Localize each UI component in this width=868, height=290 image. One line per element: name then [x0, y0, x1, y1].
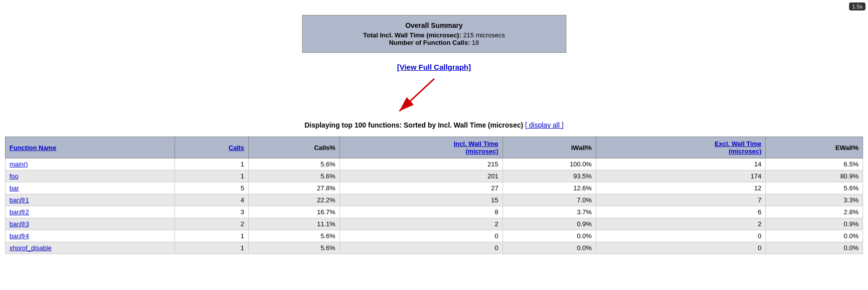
table-row: bar@1422.2%157.0%73.3% [5, 194, 863, 206]
th-excl-wall-link[interactable]: Excl. Wall Time(microsec) [714, 140, 761, 155]
cell-function-name: foo [5, 170, 175, 182]
cell-calls: 1 [175, 170, 248, 182]
th-excl-wall: Excl. Wall Time(microsec) [596, 137, 765, 158]
cell-calls-pct: 27.8% [248, 182, 340, 194]
table-row: bar527.8%2712.6%125.6% [5, 182, 863, 194]
badge: 1.5s [849, 2, 866, 10]
cell-calls: 3 [175, 206, 248, 218]
cell-calls: 2 [175, 218, 248, 230]
cell-calls-pct: 5.6% [248, 242, 340, 254]
cell-ewall-pct: 0.0% [766, 242, 863, 254]
cell-iwall-pct: 0.0% [503, 242, 596, 254]
svg-line-1 [399, 79, 434, 111]
cell-incl-wall: 8 [340, 206, 503, 218]
function-name-link[interactable]: bar@4 [9, 232, 29, 240]
summary-function-calls-label: Number of Function Calls: [389, 39, 470, 46]
data-table: Function Name Calls Calls% Incl. Wall Ti… [5, 137, 863, 254]
cell-ewall-pct: 0.9% [766, 218, 863, 230]
cell-calls-pct: 16.7% [248, 206, 340, 218]
summary-wall-time-value: 215 microsecs [463, 31, 505, 39]
summary-function-calls-value: 18 [472, 39, 479, 46]
cell-iwall-pct: 12.6% [503, 182, 596, 194]
cell-calls-pct: 5.6% [248, 230, 340, 242]
cell-function-name: bar@2 [5, 206, 175, 218]
th-iwall-pct: IWall% [503, 137, 596, 158]
cell-iwall-pct: 93.5% [503, 170, 596, 182]
callgraph-link[interactable]: [View Full Callgraph] [397, 63, 471, 71]
cell-ewall-pct: 0.0% [766, 230, 863, 242]
arrow-container [5, 76, 863, 116]
display-info: Displaying top 100 functions: Sorted by … [5, 121, 863, 129]
th-ewall-pct: EWall% [766, 137, 863, 158]
summary-title: Overall Summary [313, 21, 556, 29]
cell-excl-wall: 2 [596, 218, 765, 230]
cell-function-name: main() [5, 158, 175, 170]
cell-ewall-pct: 3.3% [766, 194, 863, 206]
summary-wall-time-line: Total Incl. Wall Time (microsec): 215 mi… [313, 31, 556, 39]
function-name-link[interactable]: bar@3 [9, 220, 29, 228]
th-function-name: Function Name [5, 137, 175, 158]
cell-excl-wall: 174 [596, 170, 765, 182]
table-row: xhprof_disable15.6%00.0%00.0% [5, 242, 863, 254]
callgraph-arrow [384, 76, 484, 116]
th-incl-wall-link[interactable]: Incl. Wall Time(microsec) [454, 140, 499, 155]
th-calls-pct: Calls% [248, 137, 340, 158]
table-row: bar@3211.1%20.9%20.9% [5, 218, 863, 230]
cell-incl-wall: 0 [340, 242, 503, 254]
callgraph-area: [View Full Callgraph] [5, 63, 863, 71]
cell-ewall-pct: 2.8% [766, 206, 863, 218]
cell-incl-wall: 15 [340, 194, 503, 206]
cell-iwall-pct: 0.0% [503, 230, 596, 242]
cell-function-name: bar@3 [5, 218, 175, 230]
table-row: main()15.6%215100.0%146.5% [5, 158, 863, 170]
cell-incl-wall: 27 [340, 182, 503, 194]
cell-excl-wall: 0 [596, 242, 765, 254]
summary-wall-time-label: Total Incl. Wall Time (microsec): [363, 31, 461, 39]
table-header-row: Function Name Calls Calls% Incl. Wall Ti… [5, 137, 863, 158]
cell-calls-pct: 11.1% [248, 218, 340, 230]
cell-excl-wall: 0 [596, 230, 765, 242]
display-info-text: Displaying top 100 functions: Sorted by … [305, 121, 523, 129]
cell-excl-wall: 6 [596, 206, 765, 218]
cell-calls-pct: 5.6% [248, 170, 340, 182]
cell-calls: 4 [175, 194, 248, 206]
cell-iwall-pct: 100.0% [503, 158, 596, 170]
display-all-link[interactable]: [ display all ] [525, 121, 563, 129]
cell-calls-pct: 22.2% [248, 194, 340, 206]
cell-excl-wall: 12 [596, 182, 765, 194]
cell-iwall-pct: 3.7% [503, 206, 596, 218]
cell-incl-wall: 215 [340, 158, 503, 170]
th-incl-wall: Incl. Wall Time(microsec) [340, 137, 503, 158]
cell-ewall-pct: 5.6% [766, 182, 863, 194]
cell-function-name: bar [5, 182, 175, 194]
cell-ewall-pct: 80.9% [766, 170, 863, 182]
cell-excl-wall: 14 [596, 158, 765, 170]
th-function-name-link[interactable]: Function Name [9, 144, 56, 151]
summary-box: Overall Summary Total Incl. Wall Time (m… [302, 15, 566, 53]
cell-calls: 1 [175, 230, 248, 242]
cell-function-name: bar@4 [5, 230, 175, 242]
th-calls: Calls [175, 137, 248, 158]
cell-iwall-pct: 0.9% [503, 218, 596, 230]
cell-calls: 5 [175, 182, 248, 194]
cell-excl-wall: 7 [596, 194, 765, 206]
cell-calls: 1 [175, 158, 248, 170]
cell-iwall-pct: 7.0% [503, 194, 596, 206]
cell-function-name: xhprof_disable [5, 242, 175, 254]
function-name-link[interactable]: foo [9, 172, 18, 180]
cell-incl-wall: 201 [340, 170, 503, 182]
cell-calls: 1 [175, 242, 248, 254]
function-name-link[interactable]: bar [9, 184, 19, 192]
table-row: foo15.6%20193.5%17480.9% [5, 170, 863, 182]
function-name-link[interactable]: bar@2 [9, 208, 29, 216]
page-wrapper: 1.5s Overall Summary Total Incl. Wall Ti… [0, 0, 868, 290]
th-calls-link[interactable]: Calls [229, 144, 244, 151]
function-name-link[interactable]: main() [9, 160, 28, 168]
cell-ewall-pct: 6.5% [766, 158, 863, 170]
function-name-link[interactable]: bar@1 [9, 196, 29, 204]
cell-calls-pct: 5.6% [248, 158, 340, 170]
table-row: bar@415.6%00.0%00.0% [5, 230, 863, 242]
function-name-link[interactable]: xhprof_disable [9, 244, 52, 252]
summary-function-calls-line: Number of Function Calls: 18 [313, 39, 556, 46]
cell-function-name: bar@1 [5, 194, 175, 206]
